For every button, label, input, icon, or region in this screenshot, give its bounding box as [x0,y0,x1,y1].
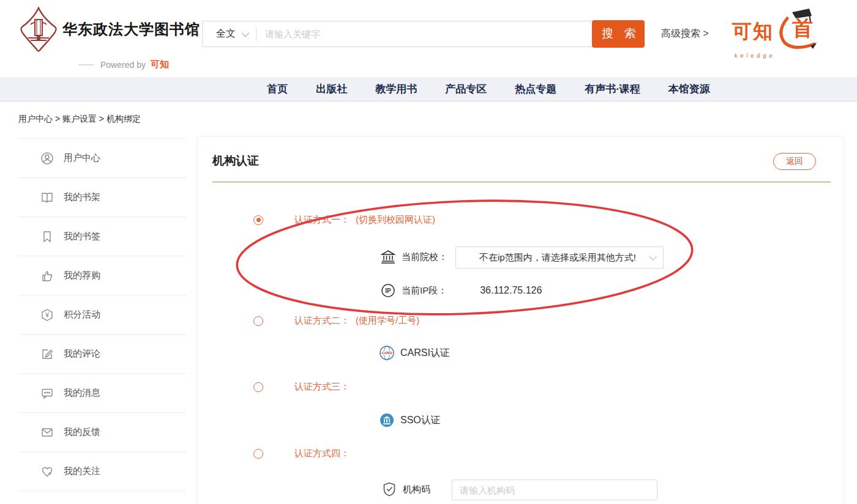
search-bar: 全文 搜 索 [202,21,645,47]
sso-auth-row[interactable]: SSO认证 [379,412,441,428]
dash-decoration [78,64,94,65]
nav-item-product-zone[interactable]: 产品专区 [445,82,487,96]
sidebar-item-label: 我的荐购 [64,270,100,281]
sidebar-item-label: 我的评论 [64,348,100,360]
svg-text:CARSI: CARSI [381,351,392,355]
powered-by-brand[interactable]: 可知 [151,59,169,70]
comment-icon [40,347,54,361]
svg-text:¥: ¥ [45,311,50,319]
sidebar: 用户中心 我的书架 我的书签 我的荐购 ¥ [18,138,187,491]
auth-method-1-label: 认证方式一： [294,214,350,226]
keledge-logo-text: 可知 [732,18,774,45]
auth-method-2-label: 认证方式二： [294,315,350,327]
school-select[interactable]: 不在ip范围内，请选择或采用其他方式! [455,246,664,269]
user-icon [40,152,54,165]
title-divider [212,182,831,182]
institution-code-input[interactable] [452,480,657,500]
sidebar-item-comments[interactable]: 我的评论 [18,335,187,374]
sidebar-item-messages[interactable]: 我的消息 [18,374,187,413]
university-emblem-icon [20,6,58,53]
auth-method-1-hint[interactable]: (切换到校园网认证) [356,214,435,226]
nav-item-home[interactable]: 首页 [267,82,288,96]
auth-method-1-radio[interactable] [253,215,263,225]
chevron-down-icon [649,253,657,261]
keledge-logo-glyph-icon: 首 [774,7,819,51]
thumbs-up-icon [40,269,54,283]
current-ip-value: 36.112.75.126 [480,285,542,296]
current-ip-row: IP 当前IP段： 36.112.75.126 [380,283,542,298]
sidebar-item-label: 我的书架 [64,191,100,203]
current-ip-label: 当前IP段： [402,285,447,297]
sidebar-item-label: 我的反馈 [64,426,100,438]
sso-auth-label: SSO认证 [400,414,441,427]
library-name: 华东政法大学图书馆 [62,20,200,39]
institution-code-label: 机构码 [403,484,430,495]
page-header: 华东政法大学图书馆 Powered by 可知 全文 搜 索 高级搜索 > 可知… [0,0,857,77]
search-button[interactable]: 搜 索 [592,20,645,48]
search-input[interactable] [256,21,592,46]
sidebar-item-recommendations[interactable]: 我的荐购 [18,256,187,295]
back-button[interactable]: 返回 [773,153,816,170]
institution-auth-panel: 机构认证 返回 认证方式一： (切换到校园网认证) 当前院校： 不在ip范围内，… [197,136,844,504]
sidebar-item-feedback[interactable]: 我的反馈 [18,413,187,452]
points-icon: ¥ [40,308,54,322]
sidebar-item-follows[interactable]: 我的关注 [18,452,187,491]
sidebar-item-label: 我的关注 [64,465,100,477]
search-scope-dropdown[interactable]: 全文 [203,28,256,40]
auth-method-2-row: 认证方式二： (使用学号/工号) [253,315,419,327]
nav-item-textbooks[interactable]: 教学用书 [375,82,417,96]
svg-text:首: 首 [792,17,813,40]
auth-method-2-radio[interactable] [253,316,263,326]
svg-text:IP: IP [385,287,391,294]
breadcrumb: 用户中心 > 账户设置 > 机构绑定 [18,114,141,125]
keledge-logo[interactable]: 可知 首 keledge [732,7,836,69]
school-select-value: 不在ip范围内，请选择或采用其他方式! [479,252,636,264]
nav-item-hot-topics[interactable]: 热点专题 [515,82,556,96]
auth-method-4-radio[interactable] [253,449,263,459]
ip-icon: IP [380,283,396,298]
powered-by: Powered by 可知 [78,59,169,70]
feedback-icon [40,426,54,439]
panel-title: 机构认证 [212,153,259,169]
search-scope-label: 全文 [216,28,236,40]
message-icon [40,387,54,400]
current-school-row: 当前院校： [380,249,447,265]
auth-method-3-label: 认证方式三： [294,381,350,393]
chevron-down-icon [242,29,250,37]
auth-method-4-row: 认证方式四： [253,448,350,459]
institution-code-row: 机构码 [381,481,430,497]
institution-icon [380,249,396,265]
sidebar-item-label: 用户中心 [64,152,100,164]
sidebar-item-label: 我的消息 [64,387,100,399]
sidebar-item-bookshelf[interactable]: 我的书架 [18,178,187,217]
auth-method-3-radio[interactable] [253,382,263,392]
shield-check-icon [381,481,397,497]
auth-method-2-hint: (使用学号/工号) [356,315,419,327]
sidebar-item-points[interactable]: ¥ 积分活动 [18,295,187,335]
auth-method-3-row: 认证方式三： [253,381,350,393]
carsi-auth-label: CARSI认证 [400,347,450,360]
auth-method-4-label: 认证方式四： [294,448,350,459]
sidebar-item-user-center[interactable]: 用户中心 [18,139,187,178]
main-nav: 首页 出版社 教学用书 产品专区 热点专题 有声书·课程 本馆资源 [0,77,857,102]
nav-item-publishers[interactable]: 出版社 [316,82,347,96]
current-school-label: 当前院校： [402,251,447,263]
carsi-icon: CARSI [379,345,395,361]
nav-item-audiobooks-courses[interactable]: 有声书·课程 [585,82,640,96]
nav-item-library-resources[interactable]: 本馆资源 [668,82,710,96]
sso-icon [379,412,395,428]
bookshelf-icon [40,191,54,204]
carsi-auth-row[interactable]: CARSI CARSI认证 [379,345,450,361]
advanced-search-link[interactable]: 高级搜索 > [661,28,709,40]
sidebar-item-bookmarks[interactable]: 我的书签 [18,217,187,256]
sidebar-item-label: 积分活动 [64,309,100,321]
library-logo[interactable]: 华东政法大学图书馆 [20,6,200,53]
bookmark-icon [40,230,54,243]
auth-method-1-row: 认证方式一： (切换到校园网认证) [253,214,435,226]
powered-by-label: Powered by [100,60,146,70]
keledge-logo-subtext: keledge [735,53,836,59]
follow-icon [40,465,54,478]
sidebar-item-label: 我的书签 [64,231,100,242]
